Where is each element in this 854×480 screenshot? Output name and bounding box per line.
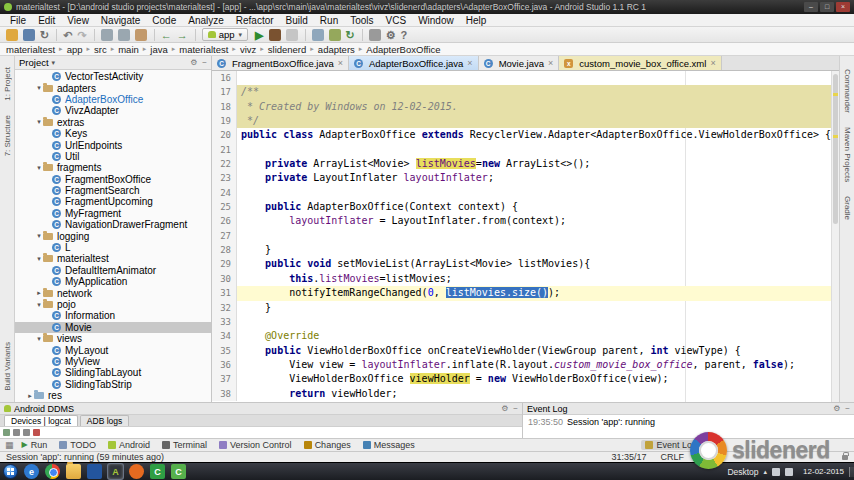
gradle-sync-icon[interactable]: ↻ [346,29,355,41]
project-structure-icon[interactable] [369,29,381,41]
debug-icon[interactable] [269,29,281,41]
tool-window-button-event-log[interactable]: Event Log [641,440,701,450]
tab-custom_movie_box_office.xml[interactable]: xcustom_movie_box_office.xml× [559,56,721,70]
tree-item-UrlEndpoints[interactable]: CUrlEndpoints [15,139,211,150]
tree-item-network[interactable]: ▸network [15,287,211,298]
code-line[interactable]: 31 notifyItemRangeChanged(0, listMovies.… [212,286,839,300]
open-icon[interactable] [6,29,18,41]
code-line[interactable]: 35 public ViewHolderBoxOffice onCreateVi… [212,344,839,358]
line-separator-indicator[interactable]: CRLF [660,452,684,462]
code-line[interactable]: 27 [212,229,839,243]
close-button[interactable]: × [836,2,850,12]
tool-stripe-button[interactable]: Build Variants [3,342,12,391]
tool-window-button-terminal[interactable]: Terminal [162,440,207,450]
tool-window-button-todo[interactable]: TODO [59,440,96,450]
taskbar-clock[interactable]: 12-02-2015 [803,467,844,476]
green-app-icon-2[interactable]: C [171,464,186,479]
tool-stripe-button[interactable]: Maven Projects [843,127,852,182]
lock-icon[interactable] [842,455,848,460]
tree-item-DefaultItemAnimator[interactable]: CDefaultItemAnimator [15,265,211,276]
code-line[interactable]: 38 return viewHolder; [212,387,839,401]
code-line[interactable]: 25 public AdapterBoxOffice(Context conte… [212,200,839,214]
code-line[interactable]: 22 private ArrayList<Movie> listMovies=n… [212,157,839,171]
tree-item-AdapterBoxOffice[interactable]: CAdapterBoxOffice [15,94,211,105]
save-all-icon[interactable] [23,29,35,41]
menu-item-help[interactable]: Help [460,15,493,26]
paste-icon[interactable] [135,29,147,41]
tree-item-pojo[interactable]: ▾pojo [15,299,211,310]
tree-toggle-icon[interactable]: ▸ [35,289,43,297]
sdk-manager-icon[interactable] [329,29,341,41]
tree-item-FragmentUpcoming[interactable]: CFragmentUpcoming [15,196,211,207]
code-line[interactable]: 24 [212,186,839,200]
logcat-output[interactable] [43,427,522,438]
collapse-all-icon[interactable]: − [202,58,207,67]
minimize-button[interactable]: – [804,2,818,12]
minimize-icon[interactable]: − [513,404,518,413]
menu-item-window[interactable]: Window [412,15,460,26]
avd-manager-icon[interactable] [312,29,324,41]
tree-toggle-icon[interactable]: ▾ [35,232,43,240]
tab-FragmentBoxOffice.java[interactable]: CFragmentBoxOffice.java× [212,56,349,70]
tree-item-L[interactable]: CL [15,242,211,253]
tray-expand-icon[interactable]: ▴ [764,468,768,476]
tool-window-button-android[interactable]: Android [108,440,150,450]
menu-item-build[interactable]: Build [280,15,314,26]
chrome-icon[interactable] [45,464,60,479]
tree-item-VivzAdapter[interactable]: CVivzAdapter [15,105,211,116]
code-line[interactable]: 34 @Override [212,329,839,343]
settings-icon[interactable]: ⚙ [386,29,396,41]
layout-inspector-icon[interactable] [23,429,30,436]
screen-capture-icon[interactable] [3,429,10,436]
run-configuration-selector[interactable]: app ▾ [202,28,248,41]
settings-icon[interactable]: ⚙ [833,404,840,413]
code-line[interactable]: 23 private LayoutInflater layoutInflater… [212,171,839,185]
back-icon[interactable]: ← [161,29,172,41]
tree-item-logging[interactable]: ▾logging [15,230,211,241]
undo-icon[interactable]: ↶ [63,29,72,41]
maximize-button[interactable]: □ [820,2,834,12]
close-icon[interactable]: × [710,58,715,68]
tool-window-button-run[interactable]: ▶Run [22,440,48,450]
terminate-icon[interactable] [33,429,40,436]
close-icon[interactable]: × [467,58,472,68]
tree-item-views[interactable]: ▾views [15,333,211,344]
tool-stripe-button[interactable]: Commander [843,69,852,113]
menu-item-code[interactable]: Code [146,15,182,26]
tree-item-VectorTestActivity[interactable]: CVectorTestActivity [15,71,211,82]
code-line[interactable]: 37 ViewHolderBoxOffice viewHolder = new … [212,372,839,386]
ddms-tab-devices---logcat[interactable]: Devices | logcat [4,415,78,426]
tree-item-adapters[interactable]: ▾adapters [15,82,211,93]
tree-item-NavigationDrawerFragment[interactable]: CNavigationDrawerFragment [15,219,211,230]
code-line[interactable]: 29 public void setMovieList(ArrayList<Mo… [212,257,839,271]
menu-item-navigate[interactable]: Navigate [95,15,146,26]
tree-item-MyApplication[interactable]: CMyApplication [15,276,211,287]
menu-item-vcs[interactable]: VCS [380,15,413,26]
stop-icon[interactable] [286,29,298,41]
code-line[interactable]: 33 [212,315,839,329]
tree-toggle-icon[interactable]: ▸ [26,392,34,400]
menu-item-analyze[interactable]: Analyze [182,15,230,26]
chevron-down-icon[interactable]: ▾ [52,59,56,67]
warning-stripe-mark[interactable] [833,135,838,138]
menu-item-refactor[interactable]: Refactor [230,15,280,26]
tree-item-SlidingTabLayout[interactable]: CSlidingTabLayout [15,367,211,378]
minimize-icon[interactable]: − [845,404,850,413]
desktop-toolbar[interactable]: Desktop [727,467,758,477]
tree-toggle-icon[interactable]: ▾ [35,335,43,343]
project-panel-title[interactable]: Project [19,57,49,68]
tab-Movie.java[interactable]: CMovie.java× [479,56,560,70]
firefox-icon[interactable] [129,464,144,479]
editor-scrollbar[interactable] [831,71,839,402]
code-line[interactable]: 28 } [212,243,839,257]
code-line[interactable]: 36 View view = layoutInflater.inflate(R.… [212,358,839,372]
code-line[interactable]: 21 [212,143,839,157]
tree-item-Information[interactable]: CInformation [15,310,211,321]
close-icon[interactable]: × [548,58,553,68]
tree-item-SlidingTabStrip[interactable]: CSlidingTabStrip [15,379,211,390]
internet-explorer-icon[interactable]: e [24,464,39,479]
file-explorer-icon[interactable] [66,464,81,479]
breadcrumb-item-slidenerd[interactable]: slidenerd [268,44,307,55]
start-button[interactable] [3,464,18,479]
help-icon[interactable]: ? [401,29,408,41]
